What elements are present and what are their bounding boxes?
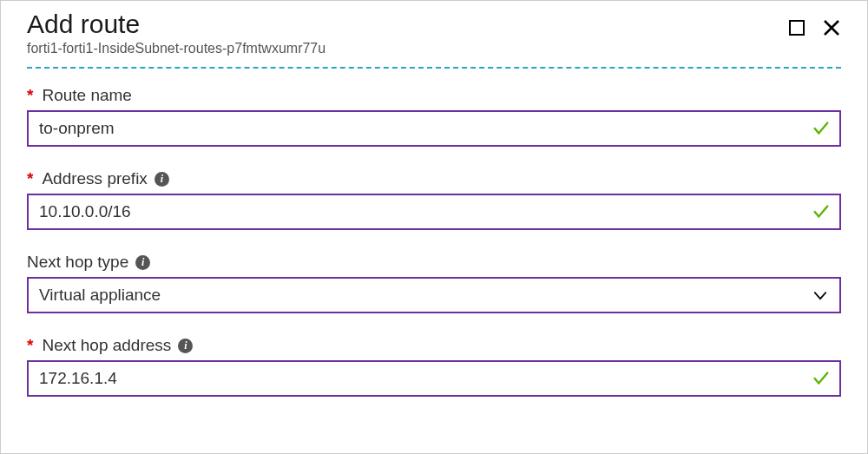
address-prefix-input-wrap bbox=[27, 194, 841, 230]
label-text: Address prefix bbox=[42, 169, 147, 188]
checkmark-icon bbox=[812, 119, 831, 138]
required-asterisk: * bbox=[27, 86, 33, 105]
route-name-input[interactable] bbox=[29, 112, 839, 145]
field-address-prefix: * Address prefix i bbox=[27, 169, 841, 230]
next-hop-address-label: * Next hop address i bbox=[27, 336, 841, 355]
label-text: Route name bbox=[42, 86, 132, 105]
address-prefix-input[interactable] bbox=[29, 195, 839, 228]
route-name-input-wrap bbox=[27, 110, 841, 147]
next-hop-type-select[interactable]: Virtual appliance bbox=[27, 277, 841, 313]
label-text: Next hop address bbox=[42, 336, 171, 355]
info-icon[interactable]: i bbox=[178, 339, 193, 353]
panel-title: Add route bbox=[27, 10, 789, 39]
route-name-label: * Route name bbox=[27, 86, 841, 105]
info-icon[interactable]: i bbox=[135, 255, 150, 270]
close-icon[interactable] bbox=[822, 18, 841, 37]
next-hop-address-input-wrap bbox=[27, 360, 841, 397]
header-divider bbox=[27, 67, 841, 69]
next-hop-address-input[interactable] bbox=[29, 362, 839, 395]
field-next-hop-address: * Next hop address i bbox=[27, 336, 841, 397]
chevron-down-icon bbox=[812, 286, 829, 304]
address-prefix-label: * Address prefix i bbox=[27, 169, 841, 188]
required-asterisk: * bbox=[27, 336, 33, 355]
checkmark-icon bbox=[812, 369, 831, 388]
checkmark-icon bbox=[812, 202, 831, 221]
next-hop-type-label: Next hop type i bbox=[27, 253, 841, 272]
panel-subtitle: forti1-forti1-InsideSubnet-routes-p7fmtw… bbox=[27, 41, 789, 56]
maximize-icon[interactable] bbox=[789, 20, 805, 36]
field-next-hop-type: Next hop type i Virtual appliance bbox=[27, 253, 841, 313]
label-text: Next hop type bbox=[27, 253, 128, 272]
field-route-name: * Route name bbox=[27, 86, 841, 147]
select-value: Virtual appliance bbox=[29, 279, 839, 312]
add-route-panel: Add route forti1-forti1-InsideSubnet-rou… bbox=[1, 1, 867, 437]
info-icon[interactable]: i bbox=[155, 172, 169, 187]
panel-header: Add route forti1-forti1-InsideSubnet-rou… bbox=[27, 10, 841, 67]
required-asterisk: * bbox=[27, 169, 33, 188]
